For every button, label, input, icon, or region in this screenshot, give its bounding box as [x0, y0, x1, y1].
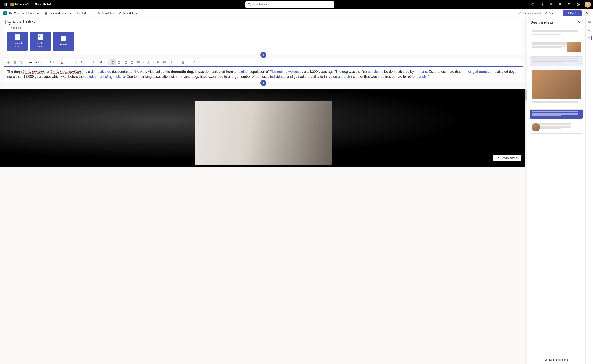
gear-icon [118, 12, 121, 15]
number-list-button[interactable]: 123 [145, 59, 151, 65]
search-input[interactable] [252, 3, 332, 6]
sharepoint-page-icon [38, 34, 43, 40]
italic-button[interactable]: I [85, 59, 91, 65]
more-formatting-chevron[interactable] [104, 59, 107, 65]
bullet-chevron[interactable] [142, 59, 145, 65]
link-extinct[interactable]: extinct [239, 70, 248, 74]
people-icon[interactable] [547, 0, 555, 9]
sharepoint-page-icon [61, 36, 66, 41]
quick-links-title[interactable]: Quick links [7, 19, 520, 25]
highlight-button[interactable] [69, 59, 75, 65]
link-species[interactable]: species [368, 70, 380, 74]
font-size-dropdown[interactable]: 18 [47, 59, 56, 65]
save-close-chevron[interactable] [69, 10, 72, 16]
design-idea-card[interactable] [530, 40, 583, 54]
send-feedback-button[interactable]: Send feedback [493, 155, 521, 161]
site-name[interactable]: The Contoso of Tomorrow [9, 12, 39, 15]
quick-link-tile[interactable]: Frequently asked... [7, 32, 28, 51]
font-color-button[interactable] [59, 59, 65, 65]
link-pleistocene-wolves[interactable]: Pleistocene wolves [270, 70, 299, 74]
copilot-button[interactable] [192, 59, 198, 65]
save-status: Changes saved [518, 12, 541, 15]
save-close-button[interactable]: Save and close [43, 10, 69, 16]
help-icon[interactable] [574, 0, 582, 9]
svg-point-9 [550, 4, 551, 4]
add-section-button[interactable]: + [260, 79, 267, 87]
close-panel-button[interactable] [577, 20, 582, 25]
user-avatar[interactable] [585, 1, 591, 7]
link-development-agriculture[interactable]: development of agriculture [85, 75, 125, 78]
link-wolf[interactable]: wolf [140, 70, 146, 74]
translation-button[interactable]: Translation [95, 10, 116, 16]
search-box[interactable] [245, 1, 334, 8]
see-more-label: See more ideas [549, 358, 568, 361]
link-canids[interactable]: canids [417, 75, 426, 78]
svg-rect-26 [182, 61, 184, 64]
move-handle[interactable] [6, 59, 12, 65]
svg-point-28 [195, 62, 195, 63]
save-icon [45, 12, 47, 15]
share-label: Share [549, 12, 556, 15]
link-humans[interactable]: humans [415, 70, 427, 74]
quote-button[interactable]: 99 [98, 59, 104, 65]
design-idea-card[interactable] [530, 68, 583, 107]
publish-button[interactable]: Publish [563, 10, 582, 16]
megaphone-icon[interactable] [538, 0, 546, 9]
table-button[interactable] [180, 59, 186, 65]
link-ref-4[interactable]: [4] [427, 75, 430, 77]
outdent-button[interactable] [162, 59, 168, 65]
link-hunter-gatherers[interactable]: hunter-gatherers [462, 70, 487, 74]
align-left-button[interactable] [110, 59, 116, 65]
bold-button[interactable]: B [78, 59, 85, 65]
see-more-ideas-button[interactable]: See more ideas [527, 356, 586, 364]
premium-icon[interactable] [529, 0, 537, 9]
align-right-button[interactable] [123, 59, 129, 65]
quick-links-tooltip: Quick links [6, 20, 19, 24]
page-canvas[interactable]: Quick links Quick links Add links Freque… [0, 17, 527, 364]
design-idea-card[interactable] [530, 28, 583, 38]
toolbox-icon[interactable] [587, 20, 592, 24]
settings-icon[interactable] [565, 0, 573, 9]
app-name[interactable]: SharePoint [35, 3, 51, 6]
add-section-button[interactable]: + [260, 51, 267, 59]
line-spacing-button[interactable] [168, 59, 174, 65]
design-idea-card[interactable] [530, 109, 583, 119]
align-justify-button[interactable] [129, 59, 135, 65]
line-spacing-chevron[interactable] [175, 59, 177, 65]
design-idea-card[interactable] [530, 56, 583, 66]
quick-links-webpart[interactable]: Quick links Quick links Add links Freque… [4, 18, 523, 54]
flag-icon[interactable] [556, 0, 564, 9]
font-color-chevron[interactable] [65, 59, 68, 65]
delete-button[interactable] [18, 59, 24, 65]
paragraph-style-dropdown[interactable]: No spacing [27, 59, 46, 65]
undo-button[interactable]: Undo [75, 10, 89, 16]
indent-button[interactable] [155, 59, 161, 65]
app-launcher-icon[interactable] [1, 0, 10, 9]
microsoft-logo[interactable]: Microsoft [10, 3, 29, 6]
svg-point-29 [497, 157, 498, 158]
highlight-chevron[interactable] [75, 59, 78, 65]
sparkle-icon[interactable] [587, 36, 592, 40]
svg-point-5 [6, 4, 7, 5]
design-idea-card[interactable] [530, 121, 583, 134]
share-button[interactable]: Share [543, 10, 561, 16]
align-center-button[interactable] [116, 59, 122, 65]
collapse-button[interactable] [584, 10, 590, 16]
undo-chevron[interactable] [89, 10, 93, 16]
underline-button[interactable]: U [91, 59, 98, 65]
page-details-button[interactable]: Page details [116, 10, 139, 16]
number-chevron[interactable] [152, 59, 155, 65]
scrollbar[interactable] [525, 17, 527, 364]
image-webpart[interactable]: Send feedback [0, 89, 527, 167]
sliders-icon[interactable] [587, 28, 592, 32]
size-label: 18 [48, 61, 52, 64]
bullet-list-button[interactable] [136, 59, 142, 65]
duplicate-button[interactable] [12, 59, 18, 65]
table-chevron[interactable] [186, 59, 189, 65]
link-domesticated[interactable]: domesticated [91, 70, 111, 74]
design-ideas-title: Design ideas [530, 20, 554, 25]
add-links-button[interactable]: Add links [7, 26, 520, 29]
quick-link-tile[interactable]: Home [53, 32, 74, 51]
link-starch[interactable]: starch [341, 75, 350, 78]
quick-link-tile[interactable]: Priorities [Sample... [30, 32, 51, 51]
